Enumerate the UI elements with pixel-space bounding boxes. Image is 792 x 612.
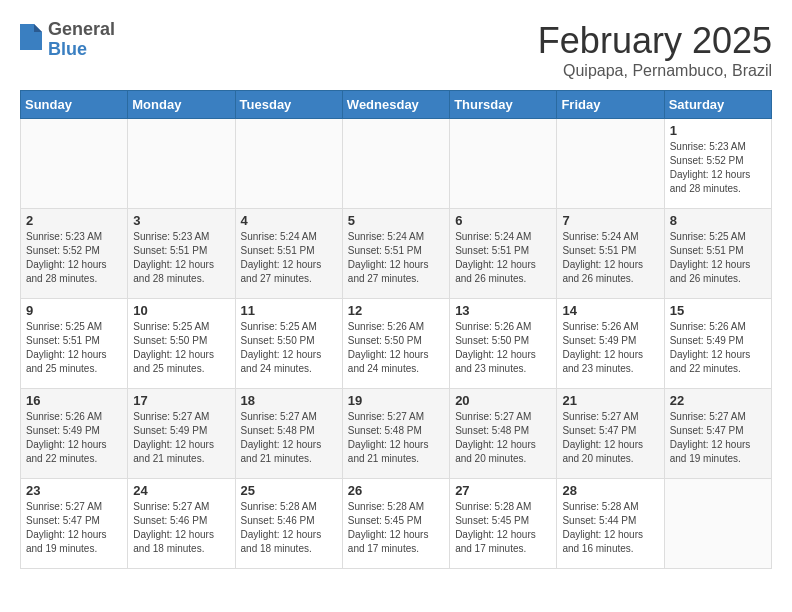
day-info: Sunrise: 5:28 AM Sunset: 5:45 PM Dayligh…	[348, 500, 444, 556]
day-info: Sunrise: 5:27 AM Sunset: 5:47 PM Dayligh…	[26, 500, 122, 556]
day-info: Sunrise: 5:27 AM Sunset: 5:46 PM Dayligh…	[133, 500, 229, 556]
day-number: 6	[455, 213, 551, 228]
title-section: February 2025 Quipapa, Pernambuco, Brazi…	[538, 20, 772, 80]
day-info: Sunrise: 5:26 AM Sunset: 5:50 PM Dayligh…	[348, 320, 444, 376]
day-number: 10	[133, 303, 229, 318]
day-info: Sunrise: 5:26 AM Sunset: 5:49 PM Dayligh…	[26, 410, 122, 466]
day-number: 12	[348, 303, 444, 318]
calendar-cell	[21, 119, 128, 209]
day-number: 17	[133, 393, 229, 408]
calendar-cell: 17Sunrise: 5:27 AM Sunset: 5:49 PM Dayli…	[128, 389, 235, 479]
week-row-3: 9Sunrise: 5:25 AM Sunset: 5:51 PM Daylig…	[21, 299, 772, 389]
day-info: Sunrise: 5:25 AM Sunset: 5:50 PM Dayligh…	[241, 320, 337, 376]
day-number: 7	[562, 213, 658, 228]
day-info: Sunrise: 5:26 AM Sunset: 5:49 PM Dayligh…	[562, 320, 658, 376]
calendar-cell	[342, 119, 449, 209]
calendar-cell: 22Sunrise: 5:27 AM Sunset: 5:47 PM Dayli…	[664, 389, 771, 479]
week-row-4: 16Sunrise: 5:26 AM Sunset: 5:49 PM Dayli…	[21, 389, 772, 479]
svg-marker-2	[34, 24, 42, 32]
calendar-cell: 13Sunrise: 5:26 AM Sunset: 5:50 PM Dayli…	[450, 299, 557, 389]
day-info: Sunrise: 5:27 AM Sunset: 5:47 PM Dayligh…	[670, 410, 766, 466]
day-info: Sunrise: 5:24 AM Sunset: 5:51 PM Dayligh…	[562, 230, 658, 286]
calendar-cell: 4Sunrise: 5:24 AM Sunset: 5:51 PM Daylig…	[235, 209, 342, 299]
weekday-header-thursday: Thursday	[450, 91, 557, 119]
calendar-cell	[664, 479, 771, 569]
day-info: Sunrise: 5:25 AM Sunset: 5:51 PM Dayligh…	[26, 320, 122, 376]
calendar-cell: 19Sunrise: 5:27 AM Sunset: 5:48 PM Dayli…	[342, 389, 449, 479]
day-info: Sunrise: 5:26 AM Sunset: 5:49 PM Dayligh…	[670, 320, 766, 376]
calendar-cell	[235, 119, 342, 209]
calendar-cell: 14Sunrise: 5:26 AM Sunset: 5:49 PM Dayli…	[557, 299, 664, 389]
weekday-header-wednesday: Wednesday	[342, 91, 449, 119]
day-number: 8	[670, 213, 766, 228]
calendar-cell	[128, 119, 235, 209]
day-info: Sunrise: 5:23 AM Sunset: 5:52 PM Dayligh…	[670, 140, 766, 196]
weekday-header-saturday: Saturday	[664, 91, 771, 119]
weekday-header-sunday: Sunday	[21, 91, 128, 119]
day-number: 15	[670, 303, 766, 318]
day-number: 27	[455, 483, 551, 498]
day-number: 19	[348, 393, 444, 408]
day-number: 2	[26, 213, 122, 228]
day-number: 18	[241, 393, 337, 408]
calendar-cell: 26Sunrise: 5:28 AM Sunset: 5:45 PM Dayli…	[342, 479, 449, 569]
day-number: 22	[670, 393, 766, 408]
calendar-cell: 2Sunrise: 5:23 AM Sunset: 5:52 PM Daylig…	[21, 209, 128, 299]
day-number: 24	[133, 483, 229, 498]
day-number: 25	[241, 483, 337, 498]
day-info: Sunrise: 5:26 AM Sunset: 5:50 PM Dayligh…	[455, 320, 551, 376]
day-number: 26	[348, 483, 444, 498]
week-row-1: 1Sunrise: 5:23 AM Sunset: 5:52 PM Daylig…	[21, 119, 772, 209]
day-number: 3	[133, 213, 229, 228]
logo-general-text: General	[48, 20, 115, 40]
weekday-header-friday: Friday	[557, 91, 664, 119]
day-number: 28	[562, 483, 658, 498]
day-info: Sunrise: 5:28 AM Sunset: 5:45 PM Dayligh…	[455, 500, 551, 556]
location: Quipapa, Pernambuco, Brazil	[538, 62, 772, 80]
day-info: Sunrise: 5:27 AM Sunset: 5:48 PM Dayligh…	[455, 410, 551, 466]
calendar-cell: 16Sunrise: 5:26 AM Sunset: 5:49 PM Dayli…	[21, 389, 128, 479]
day-info: Sunrise: 5:28 AM Sunset: 5:46 PM Dayligh…	[241, 500, 337, 556]
calendar-cell: 25Sunrise: 5:28 AM Sunset: 5:46 PM Dayli…	[235, 479, 342, 569]
calendar-cell: 24Sunrise: 5:27 AM Sunset: 5:46 PM Dayli…	[128, 479, 235, 569]
calendar-cell: 7Sunrise: 5:24 AM Sunset: 5:51 PM Daylig…	[557, 209, 664, 299]
day-info: Sunrise: 5:23 AM Sunset: 5:52 PM Dayligh…	[26, 230, 122, 286]
day-number: 9	[26, 303, 122, 318]
week-row-5: 23Sunrise: 5:27 AM Sunset: 5:47 PM Dayli…	[21, 479, 772, 569]
month-title: February 2025	[538, 20, 772, 62]
day-number: 14	[562, 303, 658, 318]
day-info: Sunrise: 5:24 AM Sunset: 5:51 PM Dayligh…	[348, 230, 444, 286]
logo-icon	[20, 24, 42, 50]
calendar-cell: 28Sunrise: 5:28 AM Sunset: 5:44 PM Dayli…	[557, 479, 664, 569]
weekday-header-row: SundayMondayTuesdayWednesdayThursdayFrid…	[21, 91, 772, 119]
logo: General Blue	[20, 20, 115, 60]
day-number: 1	[670, 123, 766, 138]
weekday-header-tuesday: Tuesday	[235, 91, 342, 119]
calendar-cell: 6Sunrise: 5:24 AM Sunset: 5:51 PM Daylig…	[450, 209, 557, 299]
day-number: 23	[26, 483, 122, 498]
calendar-cell: 11Sunrise: 5:25 AM Sunset: 5:50 PM Dayli…	[235, 299, 342, 389]
day-number: 5	[348, 213, 444, 228]
day-info: Sunrise: 5:24 AM Sunset: 5:51 PM Dayligh…	[241, 230, 337, 286]
calendar-cell: 10Sunrise: 5:25 AM Sunset: 5:50 PM Dayli…	[128, 299, 235, 389]
day-info: Sunrise: 5:27 AM Sunset: 5:47 PM Dayligh…	[562, 410, 658, 466]
week-row-2: 2Sunrise: 5:23 AM Sunset: 5:52 PM Daylig…	[21, 209, 772, 299]
calendar-cell: 12Sunrise: 5:26 AM Sunset: 5:50 PM Dayli…	[342, 299, 449, 389]
calendar-cell: 15Sunrise: 5:26 AM Sunset: 5:49 PM Dayli…	[664, 299, 771, 389]
day-number: 4	[241, 213, 337, 228]
calendar-cell: 5Sunrise: 5:24 AM Sunset: 5:51 PM Daylig…	[342, 209, 449, 299]
calendar-cell	[450, 119, 557, 209]
calendar-cell: 1Sunrise: 5:23 AM Sunset: 5:52 PM Daylig…	[664, 119, 771, 209]
calendar-cell: 20Sunrise: 5:27 AM Sunset: 5:48 PM Dayli…	[450, 389, 557, 479]
day-number: 11	[241, 303, 337, 318]
calendar-cell	[557, 119, 664, 209]
calendar-cell: 3Sunrise: 5:23 AM Sunset: 5:51 PM Daylig…	[128, 209, 235, 299]
calendar-cell: 9Sunrise: 5:25 AM Sunset: 5:51 PM Daylig…	[21, 299, 128, 389]
day-info: Sunrise: 5:24 AM Sunset: 5:51 PM Dayligh…	[455, 230, 551, 286]
day-number: 16	[26, 393, 122, 408]
svg-rect-0	[20, 24, 34, 50]
day-number: 21	[562, 393, 658, 408]
calendar-cell: 18Sunrise: 5:27 AM Sunset: 5:48 PM Dayli…	[235, 389, 342, 479]
calendar-cell: 27Sunrise: 5:28 AM Sunset: 5:45 PM Dayli…	[450, 479, 557, 569]
weekday-header-monday: Monday	[128, 91, 235, 119]
